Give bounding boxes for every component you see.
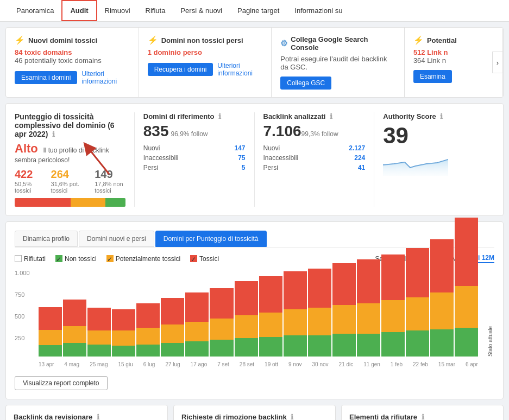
card-potential-title: ⚡ Potential bbox=[413, 35, 494, 45]
bar-red-14 bbox=[381, 254, 405, 300]
x-label-7: 7 set bbox=[217, 361, 229, 367]
x-label-5: 27 lug bbox=[165, 361, 180, 367]
nav-rifiuta[interactable]: Rifiuta bbox=[138, 1, 173, 20]
card-lost-buttons: Recupera i domini Ulteriori informazioni bbox=[148, 62, 263, 77]
removal-title: Richieste di rimozione backlink ℹ bbox=[181, 413, 328, 420]
x-label-13: 11 gen bbox=[363, 361, 380, 367]
ref-domains-follow: 96,9% follow bbox=[171, 130, 208, 138]
info-icon-toxicity[interactable]: ℹ bbox=[52, 130, 55, 138]
nav-panoramica[interactable]: Panoramica bbox=[9, 1, 61, 20]
card-toxic-buttons: Esamina i domini Ulteriori informazioni bbox=[15, 70, 130, 85]
non-toxic-label: 17,8% non tossici bbox=[95, 181, 125, 194]
chart-section: Dinamica profilo Domini nuovi e persi Do… bbox=[5, 221, 504, 399]
cb-non-tossici[interactable]: ✓ Non tossici bbox=[55, 255, 97, 263]
bar-red-5 bbox=[161, 298, 184, 324]
bar-orange-8 bbox=[235, 315, 258, 338]
info-icon-review[interactable]: ℹ bbox=[97, 413, 99, 420]
info-icon-auth[interactable]: ℹ bbox=[440, 112, 443, 120]
ref-inacc-val: 75 bbox=[238, 154, 245, 162]
view-report-button[interactable]: Visualizza report completo bbox=[15, 376, 108, 390]
navigation: Panoramica Audit Rimuovi Rifiuta Persi &… bbox=[0, 0, 509, 22]
ref-row-inaccessibili: Inaccessibili 75 bbox=[143, 153, 246, 163]
bar-col-9 bbox=[259, 276, 282, 357]
info-icon-back[interactable]: ℹ bbox=[330, 112, 332, 120]
x-label-16: 15 mar bbox=[438, 361, 455, 367]
bar-red-4 bbox=[136, 303, 160, 328]
nav-pagine-target[interactable]: Pagine target bbox=[230, 1, 287, 20]
backlinks-value: 7.106 bbox=[263, 123, 301, 140]
cb-tossici[interactable]: ✓ Tossici bbox=[190, 255, 219, 263]
bar-green-0 bbox=[39, 345, 62, 357]
tox-num-toxic: 422 50,5% tossici bbox=[15, 168, 38, 194]
cb-pot-tossici[interactable]: ✓ Potenzialmente tossici bbox=[106, 255, 180, 263]
cb-rifiutati-label: Rifiutati bbox=[24, 255, 46, 263]
backlinks-panel: Backlink analizzati ℹ 7.106 99,3% follow… bbox=[255, 112, 375, 207]
bar-orange-1 bbox=[63, 326, 86, 343]
toxicity-title: Punteggio di tossicità complessivo del d… bbox=[15, 112, 125, 138]
ref-row-persi: Persi 5 bbox=[143, 163, 246, 173]
x-label-0: 13 apr bbox=[39, 361, 54, 367]
disavow-card: Elementi da rifiutare ℹ Non esportati ℹ … bbox=[341, 405, 504, 420]
bar-col-13 bbox=[357, 259, 380, 357]
pb-red-segment bbox=[15, 198, 71, 207]
more-info-link-1[interactable]: Ulteriori informazioni bbox=[81, 70, 129, 85]
card-lost-domains: ⚡ Domini non tossici persi 1 dominio per… bbox=[139, 28, 272, 97]
info-icon-ref[interactable]: ℹ bbox=[218, 112, 221, 120]
x-label-4: 6 lug bbox=[143, 361, 155, 367]
bar-col-4 bbox=[136, 303, 160, 357]
card-toxic-line1: 84 toxic domains bbox=[15, 48, 130, 56]
y-label-1000: 1.000 bbox=[15, 270, 36, 276]
bar-col-0 bbox=[39, 307, 62, 357]
info-icon-removal[interactable]: ℹ bbox=[291, 413, 293, 420]
ref-nuovi-label: Nuovi bbox=[143, 144, 160, 152]
card-potential-buttons: Esamina bbox=[413, 70, 494, 83]
bar-orange-15 bbox=[406, 297, 429, 331]
toxicity-score-panel: Punteggio di tossicità complessivo del d… bbox=[15, 112, 135, 207]
y-label-750: 750 bbox=[15, 291, 36, 298]
x-label-2: 25 mag bbox=[90, 361, 108, 367]
bar-col-8 bbox=[235, 281, 258, 357]
cards-next-arrow[interactable]: › bbox=[492, 52, 503, 73]
bar-green-10 bbox=[284, 335, 307, 357]
info-icon-disavow[interactable]: ℹ bbox=[422, 413, 424, 420]
bar-col-14 bbox=[381, 254, 405, 357]
cb-tossici-label: Tossici bbox=[199, 255, 219, 263]
cb-rifiutati-box[interactable] bbox=[15, 255, 22, 262]
nav-persi-nuovi[interactable]: Persi & nuovi bbox=[173, 1, 230, 20]
more-info-link-2[interactable]: Ulteriori informazioni bbox=[217, 62, 262, 77]
bar-col-5 bbox=[161, 298, 184, 357]
removal-requests-card: Richieste di rimozione backlink ℹ 1 e-ma… bbox=[173, 405, 336, 420]
bar-red-7 bbox=[210, 288, 233, 319]
card-search-console: ⚙ Collega Google Search Console Potrai e… bbox=[272, 28, 405, 97]
x-label-9: 19 ott bbox=[265, 361, 278, 367]
chart-bars bbox=[39, 270, 478, 357]
tab-dinamica[interactable]: Dinamica profilo bbox=[15, 231, 78, 247]
bar-orange-9 bbox=[259, 313, 282, 337]
pb-orange-segment bbox=[71, 198, 105, 207]
bar-red-16 bbox=[430, 239, 454, 292]
card-gsc-title: ⚙ Collega Google Search Console bbox=[280, 35, 395, 52]
tab-domini-punteggio[interactable]: Domini per Punteggio di tossicità bbox=[155, 231, 267, 247]
examine-potential-button[interactable]: Esamina bbox=[413, 70, 452, 83]
bar-red-10 bbox=[284, 271, 307, 309]
cb-tossici-box[interactable]: ✓ bbox=[190, 255, 197, 262]
back-inacc-val: 224 bbox=[354, 154, 365, 162]
connect-gsc-button[interactable]: Collega GSC bbox=[280, 77, 331, 90]
x-label-17: 6 apr bbox=[466, 361, 478, 367]
card-potential-line1: 512 Link n bbox=[413, 48, 494, 56]
bar-green-6 bbox=[185, 341, 209, 357]
bar-orange-14 bbox=[381, 300, 405, 332]
alert-cards-row: ⚡ Nuovi domini tossici 84 toxic domains … bbox=[5, 27, 504, 98]
svg-line-1 bbox=[87, 147, 109, 174]
recover-domains-button[interactable]: Recupera i domini bbox=[148, 63, 213, 76]
cb-rifiutati[interactable]: Rifiutati bbox=[15, 255, 46, 263]
cb-non-tossici-box[interactable]: ✓ bbox=[55, 255, 62, 262]
tab-domini-nuovi[interactable]: Domini nuovi e persi bbox=[79, 231, 154, 247]
bar-red-8 bbox=[235, 281, 258, 315]
cb-pot-tossici-box[interactable]: ✓ bbox=[106, 255, 114, 262]
examine-domains-button[interactable]: Esamina i domini bbox=[15, 71, 77, 84]
card-lost-line1: 1 dominio perso bbox=[148, 48, 263, 56]
nav-informazioni[interactable]: Informazioni su bbox=[287, 1, 350, 20]
nav-rimuovi[interactable]: Rimuovi bbox=[97, 1, 138, 20]
nav-audit[interactable]: Audit bbox=[61, 0, 97, 21]
